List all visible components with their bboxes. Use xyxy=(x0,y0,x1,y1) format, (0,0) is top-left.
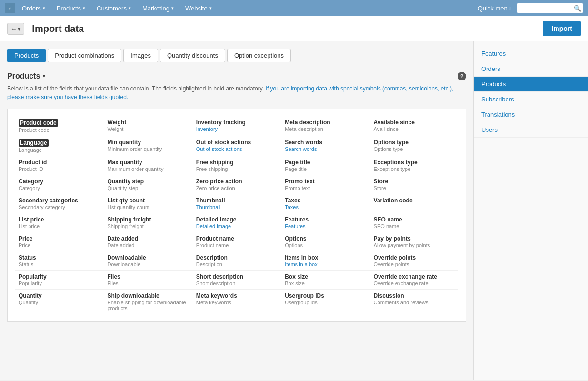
field-item: Shipping freightShipping freight xyxy=(103,213,192,232)
tab-products[interactable]: Products xyxy=(7,49,46,62)
field-item: Page titlePage title xyxy=(281,156,369,175)
nav-products[interactable]: Products ▾ xyxy=(52,2,90,15)
field-item: Detailed imageDetailed image xyxy=(192,213,281,232)
field-item: List priceList price xyxy=(15,213,103,232)
field-item: Inventory trackingInventory xyxy=(192,116,281,136)
field-item: Date addedDate added xyxy=(103,232,192,251)
field-item: Usergroup IDsUsergroup ids xyxy=(281,290,369,314)
field-item: FilesFiles xyxy=(103,271,192,290)
nav-customers[interactable]: Customers ▾ xyxy=(92,2,136,15)
field-item: SEO nameSEO name xyxy=(370,213,458,232)
field-item: Product codeProduct code xyxy=(15,116,103,136)
main-layout: ProductsProduct combinationsImagesQuanti… xyxy=(0,41,588,380)
field-item: StoreStore xyxy=(370,175,458,194)
search-wrapper: 🔍 xyxy=(517,3,583,13)
right-sidebar: FeaturesOrdersProductsSubscribersTransla… xyxy=(474,41,588,380)
field-item: Zero price actionZero price action xyxy=(192,175,281,194)
field-item: DescriptionDescription xyxy=(192,251,281,271)
sidebar-item-users[interactable]: Users xyxy=(474,122,588,138)
field-item: Override exchange rateOverride exchange … xyxy=(370,271,458,290)
field-item: Secondary categoriesSecondary category xyxy=(15,194,103,213)
field-item: Min quantityMinimum order quantity xyxy=(103,136,192,156)
nav-orders[interactable]: Orders ▾ xyxy=(17,2,50,15)
help-icon[interactable]: ? xyxy=(458,72,466,80)
nav-website[interactable]: Website ▾ xyxy=(180,2,217,15)
field-item: List qty countList quantity count xyxy=(103,194,192,213)
field-item: PopularityPopularity xyxy=(15,271,103,290)
fields-container: Product codeProduct codeWeightWeightInve… xyxy=(7,109,466,322)
tab-product-combinations[interactable]: Product combinations xyxy=(48,49,121,62)
home-icon[interactable]: ⌂ xyxy=(5,3,15,13)
orders-caret: ▾ xyxy=(43,6,45,10)
back-dropdown-icon: ▾ xyxy=(18,25,21,32)
field-item: Quantity stepQuantity step xyxy=(103,175,192,194)
field-item: Product nameProduct name xyxy=(192,232,281,251)
content-area: ProductsProduct combinationsImagesQuanti… xyxy=(0,41,474,380)
field-item: Ship downloadableEnable shipping for dow… xyxy=(103,290,192,314)
nav-marketing[interactable]: Marketing ▾ xyxy=(138,2,179,15)
field-item: StatusStatus xyxy=(15,251,103,271)
field-item: Product idProduct ID xyxy=(15,156,103,175)
sidebar-item-subscribers[interactable]: Subscribers xyxy=(474,92,588,107)
page-title: Import data xyxy=(32,23,84,34)
field-item: PricePrice xyxy=(15,232,103,251)
sidebar-item-orders[interactable]: Orders xyxy=(474,61,588,77)
fields-grid: Product codeProduct codeWeightWeightInve… xyxy=(15,116,458,314)
field-item: Box sizeBox size xyxy=(281,271,369,290)
import-button[interactable]: Import xyxy=(543,21,581,36)
field-item: Items in boxItems in a box xyxy=(281,251,369,271)
section-caret[interactable]: ▾ xyxy=(43,74,45,79)
field-item: Pay by pointsAllow payment by points xyxy=(370,232,458,251)
field-item: LanguageLanguage xyxy=(15,136,103,156)
special-symbols-note: If you are importing data with special s… xyxy=(7,85,453,100)
sidebar-item-products[interactable]: Products xyxy=(474,77,588,92)
back-arrow-icon: ← xyxy=(10,25,17,32)
field-item: DiscussionComments and reviews xyxy=(370,290,458,314)
products-caret: ▾ xyxy=(83,6,85,10)
website-caret: ▾ xyxy=(209,6,212,10)
field-item: QuantityQuantity xyxy=(15,290,103,314)
search-input[interactable] xyxy=(517,3,583,13)
sidebar-item-translations[interactable]: Translations xyxy=(474,107,588,122)
tab-images[interactable]: Images xyxy=(123,49,158,62)
field-item: Exceptions typeExceptions type xyxy=(370,156,458,175)
field-item: Meta descriptionMeta description xyxy=(281,116,369,136)
marketing-caret: ▾ xyxy=(171,6,174,10)
field-item: ThumbnailThumbnail xyxy=(192,194,281,213)
field-item: CategoryCategory xyxy=(15,175,103,194)
field-item: FeaturesFeatures xyxy=(281,213,369,232)
top-nav: ⌂ Orders ▾ Products ▾ Customers ▾ Market… xyxy=(0,0,588,16)
tabs: ProductsProduct combinationsImagesQuanti… xyxy=(7,49,466,62)
description: Below is a list of the fields that your … xyxy=(7,84,466,101)
field-item: Promo textPromo text xyxy=(281,175,369,194)
tab-quantity-discounts[interactable]: Quantity discounts xyxy=(160,49,225,62)
quick-menu-label[interactable]: Quick menu xyxy=(478,5,511,12)
field-item: DownloadableDownloadable xyxy=(103,251,192,271)
sidebar-item-features[interactable]: Features xyxy=(474,46,588,61)
field-item: Variation code xyxy=(370,194,458,213)
customers-caret: ▾ xyxy=(129,6,131,10)
field-item: Short descriptionShort description xyxy=(192,271,281,290)
field-item: Available sinceAvail since xyxy=(370,116,458,136)
field-item: Search wordsSearch words xyxy=(281,136,369,156)
field-item: Out of stock actionsOut of stock actions xyxy=(192,136,281,156)
tab-option-exceptions[interactable]: Option exceptions xyxy=(227,49,291,62)
field-item: WeightWeight xyxy=(103,116,192,136)
field-item: TaxesTaxes xyxy=(281,194,369,213)
toolbar: ← ▾ Import data Import xyxy=(0,16,588,41)
section-title: Products ▾ xyxy=(7,72,45,80)
field-item: OptionsOptions xyxy=(281,232,369,251)
field-item: Max quantityMaximum order quantity xyxy=(103,156,192,175)
search-icon[interactable]: 🔍 xyxy=(574,5,581,12)
field-item: Options typeOptions type xyxy=(370,136,458,156)
section-header: Products ▾ ? xyxy=(7,72,466,80)
field-item: Free shippingFree shipping xyxy=(192,156,281,175)
field-item: Meta keywordsMeta keywords xyxy=(192,290,281,314)
field-item: Override pointsOverride points xyxy=(370,251,458,271)
back-button[interactable]: ← ▾ xyxy=(7,23,24,35)
